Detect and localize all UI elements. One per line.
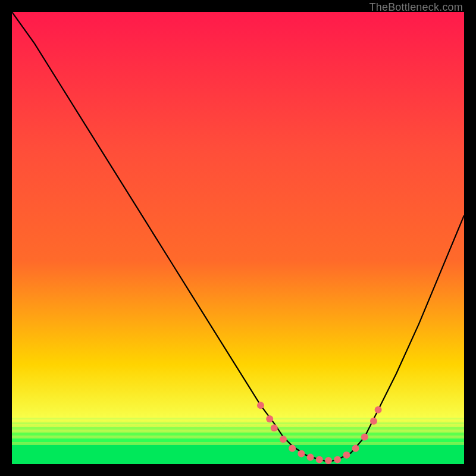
optimal-dot xyxy=(334,456,341,463)
optimal-dot xyxy=(271,424,278,431)
optimal-dot xyxy=(298,450,305,458)
green-band xyxy=(12,433,464,436)
green-band xyxy=(12,418,464,419)
optimal-dot xyxy=(352,444,359,452)
optimal-dot xyxy=(325,457,332,464)
green-band xyxy=(12,422,464,424)
green-band xyxy=(12,439,464,442)
optimal-dot xyxy=(361,433,368,440)
green-band xyxy=(12,427,464,430)
optimal-dot xyxy=(257,402,264,409)
gradient-background xyxy=(12,12,464,464)
optimal-dot xyxy=(280,436,287,443)
watermark-text: TheBottleneck.com xyxy=(369,1,463,14)
optimal-dot xyxy=(375,406,382,414)
optimal-dot xyxy=(307,454,314,461)
optimal-dot xyxy=(370,418,377,425)
bottleneck-chart xyxy=(12,12,464,464)
optimal-dot xyxy=(266,415,273,422)
optimal-dot xyxy=(289,444,296,452)
chart-frame xyxy=(12,12,464,464)
green-band xyxy=(12,445,464,464)
optimal-dot xyxy=(316,456,323,463)
optimal-dot xyxy=(343,452,350,459)
